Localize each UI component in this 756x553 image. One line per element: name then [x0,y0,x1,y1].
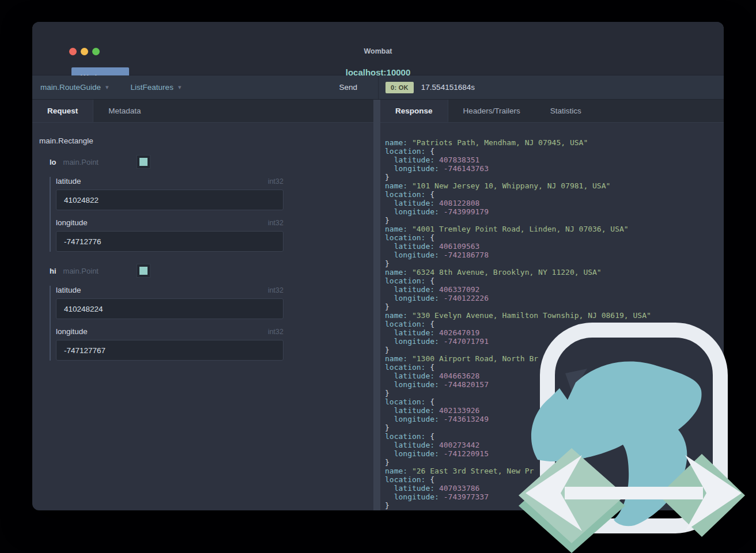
response-line: latitude: 406337092 [385,285,651,294]
group-type: main.Point [63,267,99,275]
latitude-input[interactable] [56,190,284,210]
response-panel: name: "Patriots Path, Mendham, NJ 07945,… [380,123,724,510]
method-select[interactable]: ListFeatures [131,83,173,92]
tab-metadata[interactable]: Metadata [93,100,156,122]
group-checkbox[interactable] [137,155,150,169]
group-checkbox[interactable] [137,264,150,278]
response-body[interactable]: name: "Patriots Path, Mendham, NJ 07945,… [385,138,651,510]
chevron-down-icon[interactable]: ▾ [105,84,109,91]
app-window: Wombat Workspace localhost:10000 ready m… [32,22,724,510]
group-type: main.Point [63,158,99,166]
response-line: } [385,458,651,467]
call-status-bar: 0: OK 17.554151684s [379,75,724,99]
field-label: latitude [56,286,81,294]
response-line: location: { [385,190,651,199]
response-line: name: "330 Evelyn Avenue, Hamilton Towns… [385,311,651,320]
group-body-lo: latitude int32 longitude int32 [50,177,373,252]
response-line: latitude: 402133926 [385,406,651,415]
field-type: int32 [268,219,284,227]
field-group-lo: lo main.Point [50,155,373,169]
method-selectors: main.RouteGuide ▾ ListFeatures ▾ Send [32,75,379,99]
status-badge: 0: OK [385,82,414,93]
field-type: int32 [268,328,284,336]
response-line: name: "4001 Tremley Point Road, Linden, … [385,225,651,233]
response-line: location: { [385,397,651,406]
response-line: location: { [385,475,651,484]
response-line: } [385,259,651,268]
response-line: name: "Patriots Path, Mendham, NJ 07945,… [385,138,651,147]
response-line: latitude: 407838351 [385,156,651,164]
response-line: longitude: -743613249 [385,415,651,423]
tab-request[interactable]: Request [32,100,93,122]
response-line: location: { [385,147,651,156]
response-line: name: "1300 Airport Road, North Br [385,354,651,363]
response-line: location: { [385,233,651,242]
send-button[interactable]: Send [339,83,357,92]
response-line: name: "26 East 3rd Street, New Pr [385,467,651,475]
field-type: int32 [268,177,284,185]
field-group-hi: hi main.Point [50,264,373,278]
tab-response[interactable]: Response [380,100,448,122]
response-line: location: { [385,276,651,285]
response-line: longitude: -744820157 [385,380,651,389]
message-type-label: main.Rectangle [39,137,373,145]
chevron-down-icon[interactable]: ▾ [178,84,182,91]
method-bar: main.RouteGuide ▾ ListFeatures ▾ Send 0:… [32,75,724,100]
group-name: hi [50,267,56,275]
checkbox-checked-icon [139,267,148,275]
group-body-hi: latitude int32 longitude int32 [50,286,373,361]
response-line: } [385,216,651,225]
field-label: latitude [56,177,81,185]
call-duration: 17.554151684s [421,83,475,92]
response-line: longitude: -743977337 [385,493,651,501]
response-line: latitude: 404663628 [385,372,651,380]
response-line: } [385,346,651,354]
latitude-input[interactable] [56,298,284,319]
response-line: location: { [385,363,651,372]
checkbox-checked-icon [139,158,148,166]
tab-headers-trailers[interactable]: Headers/Trailers [448,100,535,122]
panel-divider[interactable] [373,100,380,510]
response-line: } [385,302,651,311]
response-line: location: { [385,320,651,328]
field-label: longitude [56,327,88,336]
response-line: latitude: 402647019 [385,328,651,337]
service-select[interactable]: main.RouteGuide [40,83,101,92]
request-panel: main.Rectangle lo main.Point latitude in… [32,123,373,510]
response-line: } [385,173,651,181]
response-line: longitude: -746143763 [385,164,651,173]
field-type: int32 [268,286,284,294]
group-name: lo [50,158,56,166]
response-line: longitude: -742186778 [385,251,651,259]
response-line: } [385,501,651,510]
response-line: longitude: -741220915 [385,449,651,458]
response-tabs: Response Headers/Trailers Statistics [380,100,724,123]
tab-statistics[interactable]: Statistics [535,100,596,122]
response-line: name: "6324 8th Avenue, Brooklyn, NY 112… [385,268,651,276]
response-line: longitude: -743999179 [385,207,651,216]
response-line: latitude: 408122808 [385,199,651,207]
longitude-input[interactable] [56,340,284,361]
field-label: longitude [56,218,88,227]
response-line: longitude: -740122226 [385,294,651,302]
response-line: location: { [385,432,651,441]
response-line: latitude: 406109563 [385,242,651,251]
response-line: longitude: -747071791 [385,337,651,346]
longitude-input[interactable] [56,231,284,252]
title-bar: Wombat Workspace localhost:10000 ready [32,22,724,75]
response-line: } [385,423,651,432]
response-line: } [385,389,651,397]
response-line: latitude: 400273442 [385,441,651,449]
request-tabs: Request Metadata [32,100,373,123]
response-line: latitude: 407033786 [385,484,651,493]
response-line: name: "101 New Jersey 10, Whippany, NJ 0… [385,181,651,190]
window-title: Wombat [32,47,724,55]
